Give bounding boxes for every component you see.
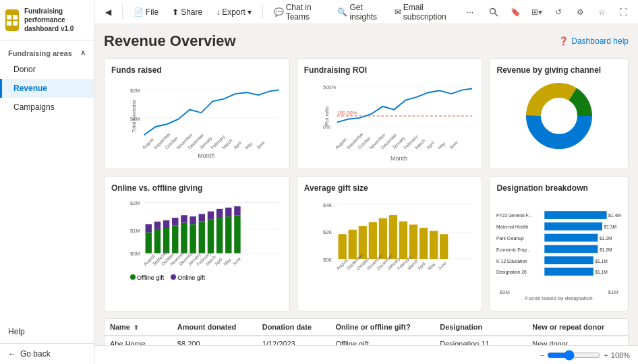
app-title: Fundraising performance dashboard v1.0 <box>24 7 88 33</box>
svg-text:August: August <box>141 137 154 150</box>
svg-text:$1M: $1M <box>130 228 140 234</box>
zoom-plus-icon[interactable]: + <box>604 351 608 359</box>
svg-rect-63 <box>208 220 214 253</box>
average-gift-title: Average gift size <box>304 183 475 193</box>
sidebar-item-donor[interactable]: Donor <box>0 60 94 79</box>
svg-rect-52 <box>154 222 161 229</box>
star-button[interactable]: ☆ <box>592 3 611 22</box>
svg-text:August: August <box>334 137 347 150</box>
svg-rect-70 <box>234 206 240 215</box>
col-type[interactable]: Online or offline gift? <box>330 319 434 336</box>
svg-rect-49 <box>146 233 152 253</box>
designation-breakdown-card: Designation breakdown FY23 General F...$… <box>489 176 629 311</box>
refresh-button[interactable]: ↺ <box>549 3 568 22</box>
svg-rect-2 <box>7 21 11 26</box>
revenue-by-channel-title: Revenue by giving channel <box>496 65 621 75</box>
data-table: Name ⬆ Amount donated Donation date Onli… <box>105 319 628 345</box>
svg-text:April: April <box>233 140 243 150</box>
svg-text:500%: 500% <box>323 84 337 90</box>
main-area: ◀ 📄 File ⬆ Share ↓ Export ▾ 💬 Chat in Te… <box>94 0 638 364</box>
sidebar-item-revenue[interactable]: Revenue <box>0 79 94 98</box>
cell-date: 1/12/2023 <box>257 336 330 345</box>
svg-rect-62 <box>199 214 205 221</box>
sidebar-item-campaigns[interactable]: Campaigns <box>0 98 94 117</box>
sort-icon: ⬆ <box>134 324 139 331</box>
bookmark-button[interactable]: 🔖 <box>506 3 525 22</box>
svg-rect-67 <box>225 216 231 253</box>
file-icon: 📄 <box>134 7 144 17</box>
insights-button[interactable]: 🔍 Get insights <box>332 0 386 24</box>
sidebar-collapse-icon[interactable]: ∧ <box>80 49 86 57</box>
svg-text:$1.2M: $1.2M <box>600 247 612 252</box>
search-button[interactable] <box>484 3 503 22</box>
funds-raised-card: Funds raised $2M $1M August September <box>104 58 290 169</box>
col-donor-type[interactable]: New or repeat donor <box>527 319 628 336</box>
col-name[interactable]: Name ⬆ <box>105 319 172 336</box>
sidebar-logo: Fundraising performance dashboard v1.0 <box>0 0 94 40</box>
sidebar-back-button[interactable]: ← Go back <box>0 343 94 364</box>
export-icon: ↓ <box>216 7 220 17</box>
svg-text:100.00%: 100.00% <box>337 110 357 116</box>
svg-rect-64 <box>208 212 214 220</box>
zoom-minus-icon[interactable]: − <box>540 351 544 359</box>
svg-text:May: May <box>427 261 437 271</box>
svg-rect-123 <box>545 256 593 264</box>
share-button[interactable]: ⬆ Share <box>167 5 208 20</box>
file-menu-button[interactable]: 📄 File <box>128 5 164 20</box>
view-button[interactable]: ⊞▾ <box>527 3 546 22</box>
col-designation[interactable]: Designation <box>434 319 527 336</box>
zoom-value: 108% <box>611 351 630 359</box>
svg-rect-65 <box>216 218 223 253</box>
collapse-sidebar-button[interactable]: ◀ <box>100 5 117 20</box>
svg-rect-54 <box>163 220 169 228</box>
svg-rect-111 <box>545 211 607 219</box>
designation-title: Designation breakdown <box>496 183 621 193</box>
svg-text:$0K: $0K <box>323 257 332 263</box>
chat-teams-button[interactable]: 💬 Chat in Teams <box>268 0 330 24</box>
export-button[interactable]: ↓ Export ▾ <box>210 5 257 20</box>
svg-rect-93 <box>389 215 397 259</box>
fullscreen-button[interactable]: ⛶ <box>614 3 633 22</box>
sidebar-help[interactable]: Help <box>0 320 94 343</box>
dashboard-help-button[interactable]: ❓ Dashboard help <box>558 36 629 46</box>
svg-rect-68 <box>225 208 231 216</box>
svg-text:K-12 Education: K-12 Education <box>496 259 527 264</box>
svg-rect-98 <box>440 234 448 259</box>
table-body: Abe Horne $8,200 1/12/2023 Offline gift … <box>105 336 628 345</box>
svg-rect-120 <box>545 245 598 253</box>
page-title: Revenue Overview <box>104 32 236 50</box>
svg-text:$4K: $4K <box>323 202 332 208</box>
svg-rect-51 <box>154 229 161 253</box>
svg-text:$1.1M: $1.1M <box>596 259 608 264</box>
svg-rect-66 <box>216 209 223 218</box>
content-area: Revenue Overview ❓ Dashboard help Funds … <box>94 24 638 345</box>
svg-text:Economic Emp...: Economic Emp... <box>496 247 531 253</box>
toolbar: ◀ 📄 File ⬆ Share ↓ Export ▾ 💬 Chat in Te… <box>94 0 638 24</box>
svg-rect-60 <box>190 216 196 224</box>
svg-text:June: June <box>437 260 447 270</box>
svg-rect-55 <box>172 225 178 253</box>
more-options-button[interactable]: ··· <box>461 5 479 20</box>
svg-point-4 <box>490 8 496 13</box>
cell-name[interactable]: Abe Horne <box>105 336 172 345</box>
settings-button[interactable]: ⚙ <box>571 3 589 22</box>
sidebar: Fundraising performance dashboard v1.0 F… <box>0 0 94 364</box>
chevron-down-icon: ▾ <box>248 7 252 17</box>
svg-rect-96 <box>419 228 428 259</box>
svg-text:Maternal Health: Maternal Health <box>496 224 529 229</box>
fundraising-roi-chart: 500% 0% 100.00% August September October <box>304 79 475 162</box>
svg-rect-59 <box>190 224 196 253</box>
funds-raised-chart: $2M $1M August September October Novembe… <box>111 79 283 159</box>
col-date[interactable]: Donation date <box>257 319 330 336</box>
email-subscription-button[interactable]: ✉ Email subscription <box>389 0 459 24</box>
designation-x-label: Funds raised by designation <box>496 295 621 301</box>
col-amount[interactable]: Amount donated <box>172 319 257 336</box>
zoom-slider[interactable] <box>547 350 601 361</box>
svg-text:April: April <box>416 261 426 271</box>
email-icon: ✉ <box>395 7 401 17</box>
teams-icon: 💬 <box>274 7 284 17</box>
svg-text:$1.4M: $1.4M <box>609 213 621 218</box>
toolbar-separator <box>122 5 123 19</box>
svg-rect-94 <box>399 221 407 258</box>
page-header: Revenue Overview ❓ Dashboard help <box>104 32 629 50</box>
